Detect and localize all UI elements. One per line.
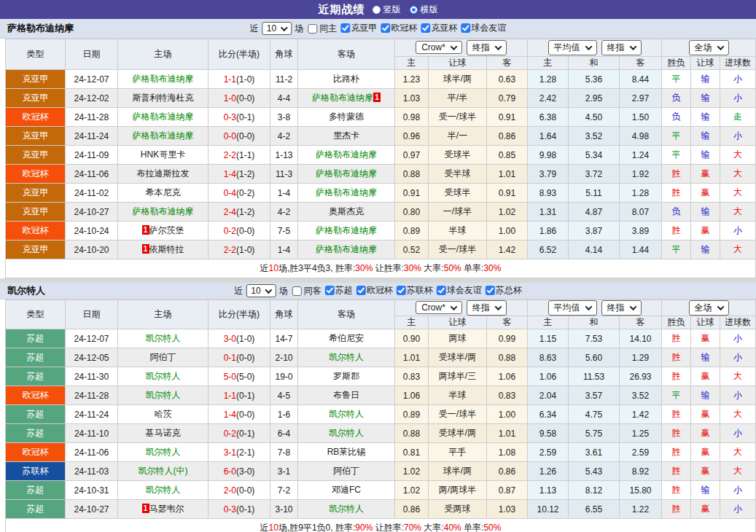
away-team-name[interactable]: 萨格勒布迪纳摩 xyxy=(316,187,377,197)
league-filter[interactable]: 欧冠杯 xyxy=(381,22,417,34)
home-team-name[interactable]: 基马诺克 xyxy=(146,428,181,438)
away-team-name[interactable]: 凯尔特人 xyxy=(329,352,364,362)
horizontal-layout-option[interactable]: 横版 xyxy=(410,4,438,16)
home-team-name[interactable]: 萨尔茨堡 xyxy=(149,225,184,235)
radio-icon[interactable] xyxy=(373,6,381,14)
away-team-name[interactable]: 奥斯杰克 xyxy=(329,206,364,216)
handicap-odds: 0.86 xyxy=(395,500,429,519)
away-team-name[interactable]: 比路朴 xyxy=(333,74,359,84)
checkbox-checked-icon[interactable] xyxy=(437,286,446,295)
handicap-result: 输 xyxy=(691,108,720,127)
home-team-name[interactable]: 哈茨 xyxy=(155,409,172,419)
layout-radio-group: 竖版 横版 xyxy=(373,4,438,16)
away-team-name[interactable]: 萨格勒布迪纳摩 xyxy=(316,244,377,254)
league-filter[interactable]: 苏超 xyxy=(325,284,353,297)
final-odds-dropdown[interactable]: 终指 xyxy=(601,40,642,55)
away-team-name[interactable]: 邓迪FC xyxy=(332,485,361,495)
chevron-down-icon xyxy=(585,303,592,310)
score-cell: 0-2(0-0) xyxy=(209,222,270,240)
average-odds: 8.63 xyxy=(528,348,569,367)
vertical-layout-option[interactable]: 竖版 xyxy=(373,4,401,16)
league-filter-label: 球会友谊 xyxy=(447,284,482,297)
outcome-result: 胜 xyxy=(662,424,691,443)
league-filter[interactable]: 克亚杯 xyxy=(421,22,457,34)
league-filter[interactable]: 苏联杯 xyxy=(397,284,433,297)
goals-result: 小 xyxy=(720,386,756,405)
home-team-name[interactable]: 斯普利特海杜克 xyxy=(133,93,194,103)
checkbox-checked-icon[interactable] xyxy=(486,286,495,295)
same-venue-checkbox[interactable] xyxy=(292,286,302,296)
scope-dropdown[interactable]: 全场 xyxy=(689,300,729,316)
radio-checked-icon[interactable] xyxy=(410,6,418,14)
league-filter[interactable]: 欧冠杯 xyxy=(356,284,393,297)
home-team-name[interactable]: 凯尔特人(中) xyxy=(139,466,188,476)
away-team-name[interactable]: 萨格勒布迪纳摩 xyxy=(316,225,377,235)
league-filter[interactable]: 球会友谊 xyxy=(461,22,506,34)
league-filter[interactable]: 球会友谊 xyxy=(437,284,482,297)
league-filter[interactable]: 苏总杯 xyxy=(486,284,522,297)
average-dropdown[interactable]: 平均值 xyxy=(548,300,597,316)
chevron-down-icon xyxy=(494,43,502,50)
match-count-select[interactable]: 10 xyxy=(246,284,276,297)
col-date: 日期 xyxy=(66,39,118,70)
home-team-name[interactable]: 凯尔特人 xyxy=(146,447,181,457)
home-team-name[interactable]: 希本尼克 xyxy=(146,187,181,197)
away-team-name[interactable]: 萨格勒布迪纳摩 xyxy=(316,149,377,160)
away-team-name[interactable]: 布鲁日 xyxy=(333,390,359,400)
odds-source-dropdown[interactable]: Crow* xyxy=(416,301,462,314)
home-team-name[interactable]: 阿伯丁 xyxy=(150,352,176,362)
away-team-name[interactable]: 罗斯郡 xyxy=(333,371,359,381)
home-team-name[interactable]: 布拉迪斯拉发 xyxy=(137,168,190,179)
checkbox-checked-icon[interactable] xyxy=(340,23,350,33)
away-team-name[interactable]: 萨格勒布迪纳摩 xyxy=(316,168,377,179)
checkbox-checked-icon[interactable] xyxy=(325,286,335,295)
average-odds: 2.42 xyxy=(528,89,569,108)
home-team-name[interactable]: 萨格勒布迪纳摩 xyxy=(133,112,194,122)
away-team-name[interactable]: 阿伯丁 xyxy=(333,466,359,476)
home-team-name[interactable]: HNK哥里卡 xyxy=(141,149,185,160)
average-odds: 1.13 xyxy=(528,481,569,500)
corner-count: 4-5 xyxy=(270,386,298,405)
home-team-name[interactable]: 萨格勒布迪纳摩 xyxy=(133,74,194,84)
checkbox-checked-icon[interactable] xyxy=(421,23,430,33)
home-team-name[interactable]: 马瑟韦尔 xyxy=(149,504,184,514)
away-team-name[interactable]: 希伯尼安 xyxy=(329,333,364,343)
away-team-cell: 邓迪FC xyxy=(298,481,395,500)
final-odds-dropdown[interactable]: 终指 xyxy=(467,40,507,55)
away-team-name[interactable]: RB莱比锡 xyxy=(327,447,366,457)
final-odds-dropdown[interactable]: 终指 xyxy=(467,300,507,316)
home-team-name[interactable]: 萨格勒布迪纳摩 xyxy=(133,206,194,216)
away-team-name[interactable]: 凯尔特人 xyxy=(329,428,364,438)
same-venue-checkbox[interactable] xyxy=(308,24,317,34)
checkbox-checked-icon[interactable] xyxy=(461,23,470,33)
home-team-name[interactable]: 凯尔特人 xyxy=(146,390,181,400)
handicap-result: 输 xyxy=(691,89,720,108)
checkbox-checked-icon[interactable] xyxy=(397,286,406,295)
games-label: 场 xyxy=(279,285,288,297)
checkbox-checked-icon[interactable] xyxy=(356,286,366,295)
away-team-name[interactable]: 萨格勒布迪纳摩 xyxy=(312,93,373,103)
handicap-result: 输 xyxy=(691,70,720,89)
away-team-name[interactable]: 凯尔特人 xyxy=(329,409,364,419)
away-team-name[interactable]: 里杰卡 xyxy=(333,130,359,141)
subcol-home-odds: 主 xyxy=(395,316,429,329)
handicap-odds: 0.98 xyxy=(395,108,429,127)
table-footer: 近10场,胜9平1负0, 胜率:90% 让胜率:70% 大率:40% 单率:50… xyxy=(6,519,756,532)
scope-dropdown[interactable]: 全场 xyxy=(689,40,729,55)
league-filter[interactable]: 克亚甲 xyxy=(340,22,377,34)
away-team-name[interactable]: 凯尔特人 xyxy=(329,504,364,514)
home-team-name[interactable]: 凯尔特人 xyxy=(146,485,181,495)
odds-source-dropdown[interactable]: Crow* xyxy=(416,41,462,54)
home-team-name[interactable]: 凯尔特人 xyxy=(146,371,181,381)
match-count-select[interactable]: 10 xyxy=(262,22,292,35)
home-team-name[interactable]: 萨格勒布迪纳摩 xyxy=(133,130,194,141)
checkbox-checked-icon[interactable] xyxy=(381,23,390,33)
home-team-name[interactable]: 凯尔特人 xyxy=(146,333,181,343)
summary-segment: 大率: xyxy=(421,523,444,532)
average-odds: 4.14 xyxy=(569,240,620,259)
league-filter-label: 欧冠杯 xyxy=(391,22,417,34)
average-dropdown[interactable]: 平均值 xyxy=(548,40,597,55)
away-team-name[interactable]: 多特蒙德 xyxy=(329,112,364,122)
home-team-name[interactable]: 依斯特拉 xyxy=(149,244,184,254)
final-odds-dropdown[interactable]: 终指 xyxy=(601,300,642,316)
